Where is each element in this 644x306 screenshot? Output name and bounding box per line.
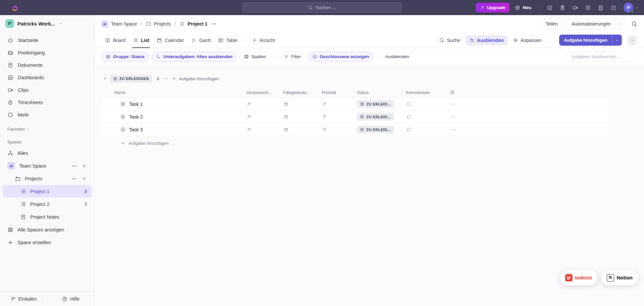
task-name[interactable]: Task 1 — [129, 101, 143, 107]
status-group-badge[interactable]: ZU ERLEDIGEN — [110, 75, 152, 83]
subtasks-pill[interactable]: Unteraufgaben: Alles ausblenden — [152, 52, 237, 61]
sidebar-item-startseite[interactable]: Startseite — [3, 34, 92, 46]
sidebar-item-project-1[interactable]: Project 1 3 — [3, 185, 92, 198]
row-menu-icon[interactable] — [447, 127, 471, 132]
tab-calendar[interactable]: Calendar — [153, 33, 187, 48]
global-search[interactable]: Suchen ... — [242, 2, 402, 13]
assign-user-icon[interactable] — [244, 101, 280, 107]
automations-button[interactable]: Automatisierungen — [567, 18, 626, 30]
chevron-down-icon[interactable] — [615, 19, 626, 29]
sidebar-item-show-all-spaces[interactable]: Alle Spaces anzeigen — [3, 223, 92, 236]
row-menu-icon[interactable] — [447, 114, 471, 120]
customize-button[interactable]: Anpassen — [513, 38, 541, 43]
set-due-date-icon[interactable] — [280, 127, 319, 132]
comment-icon[interactable] — [403, 127, 447, 132]
task-status-badge[interactable]: ZU ERLEDI... — [357, 126, 394, 133]
todoist-widget[interactable]: todoist — [560, 270, 597, 285]
workspace-switcher[interactable]: P Patricks Work... — [0, 15, 94, 32]
sidebar-item-project-2[interactable]: Project 2 3 — [3, 198, 92, 210]
columns-pill[interactable]: Spalten — [239, 52, 270, 61]
group-add-task-button[interactable]: Aufgabe hinzufügen — [172, 76, 219, 81]
add-column-button[interactable] — [447, 90, 471, 96]
filter-pill[interactable]: Filter — [279, 52, 305, 61]
todo-check-icon[interactable] — [544, 2, 555, 13]
task-status-icon[interactable] — [120, 101, 125, 106]
group-menu-icon[interactable] — [163, 76, 168, 81]
reminder-clock-icon[interactable] — [583, 2, 593, 13]
group-by-pill[interactable]: Gruppe: Status — [101, 52, 149, 61]
row-menu-icon[interactable] — [447, 101, 471, 107]
tab-board[interactable]: Board — [101, 33, 129, 48]
table-row[interactable]: Task 2 ZU ERLEDI... — [101, 111, 608, 123]
collapse-toolbar-button[interactable] — [627, 35, 637, 45]
add-task-button[interactable]: Aufgabe hinzufügen — [559, 35, 622, 46]
task-status-badge[interactable]: ZU ERLEDI... — [357, 113, 394, 121]
collapse-group-icon[interactable] — [103, 77, 107, 81]
set-priority-flag-icon[interactable] — [319, 127, 354, 132]
favorites-section[interactable]: Favoriten — [0, 121, 94, 134]
assign-user-icon[interactable] — [244, 114, 280, 120]
show-closed-pill[interactable]: Geschlossene anzeigen — [308, 52, 373, 61]
sidebar-item-team-space[interactable]: Team Space — [3, 160, 92, 172]
ellipsis-icon[interactable] — [211, 21, 217, 27]
clickup-logo[interactable] — [9, 2, 21, 13]
table-row[interactable]: Task 3 ZU ERLEDI... — [101, 123, 608, 136]
hide-fields-button[interactable]: Ausblenden — [466, 35, 507, 45]
header-search-icon[interactable] — [631, 21, 637, 27]
sidebar-item-posteingang[interactable]: Posteingang — [3, 46, 92, 59]
set-priority-flag-icon[interactable] — [319, 114, 354, 120]
upgrade-button[interactable]: Upgrade — [476, 3, 510, 12]
tab-list[interactable]: List — [129, 33, 153, 48]
column-header-name[interactable]: Name — [101, 90, 244, 95]
task-name[interactable]: Task 3 — [129, 127, 143, 132]
sidebar-item-project-notes[interactable]: Project Notes — [3, 211, 92, 223]
clip-record-icon[interactable] — [570, 2, 581, 13]
column-header-priority[interactable]: Priorität — [319, 90, 354, 95]
set-due-date-icon[interactable] — [280, 101, 319, 107]
comment-icon[interactable] — [403, 101, 447, 107]
help-button[interactable]: Hilfe — [47, 292, 94, 306]
table-row[interactable]: Task 1 ZU ERLEDI... — [101, 98, 608, 111]
set-priority-flag-icon[interactable] — [319, 101, 354, 107]
invite-button[interactable]: Einladen — [0, 292, 47, 306]
column-header-assignee[interactable]: Verantwortli... — [244, 90, 280, 95]
comment-icon[interactable] — [403, 114, 447, 120]
ellipsis-icon[interactable] — [71, 176, 77, 181]
task-status-badge[interactable]: ZU ERLEDI... — [357, 100, 394, 108]
sidebar-item-mehr[interactable]: Mehr — [3, 108, 92, 121]
user-menu[interactable]: P — [624, 3, 639, 12]
tab-table[interactable]: Table — [214, 33, 241, 48]
sidebar-item-dokumente[interactable]: Dokumente — [3, 59, 92, 71]
tab-gantt[interactable]: Gantt — [187, 33, 214, 48]
new-button[interactable]: Neu — [512, 3, 535, 12]
plus-icon[interactable] — [82, 176, 87, 181]
add-view-button[interactable]: Ansicht — [248, 33, 279, 48]
set-due-date-icon[interactable] — [280, 114, 319, 120]
assign-user-icon[interactable] — [244, 127, 280, 132]
breadcrumb-projects[interactable]: Projects — [154, 21, 171, 27]
sidebar-item-dashboards[interactable]: Dashboards — [3, 71, 92, 84]
plus-icon[interactable] — [82, 163, 87, 169]
task-status-icon[interactable] — [120, 127, 125, 132]
sidebar-item-clips[interactable]: Clips — [3, 84, 92, 96]
column-header-status[interactable]: Status — [354, 90, 403, 95]
sidebar-item-timesheets[interactable]: Timesheets — [3, 96, 92, 108]
app-grid-icon[interactable] — [608, 2, 619, 13]
share-button[interactable]: Teilen — [540, 18, 564, 30]
notion-widget[interactable]: N Notion — [601, 270, 638, 285]
task-name[interactable]: Task 2 — [129, 114, 143, 120]
chevron-down-icon[interactable] — [612, 35, 622, 46]
sidebar-item-projects-folder[interactable]: Projects — [3, 172, 92, 185]
sidebar-item-alles[interactable]: Alles — [3, 147, 92, 159]
add-task-row[interactable]: Aufgabe hinzufügen — [101, 136, 608, 150]
task-status-icon[interactable] — [120, 114, 125, 119]
sidebar-item-create-space[interactable]: Space erstellen — [3, 236, 92, 249]
docs-icon[interactable] — [595, 2, 606, 13]
task-search-input[interactable] — [566, 51, 637, 62]
column-header-duedate[interactable]: Fälligkeitsda... — [280, 90, 319, 95]
breadcrumb-team-space[interactable]: Team Space — [111, 21, 137, 27]
column-header-comments[interactable]: Kommentare — [403, 90, 447, 95]
notepad-icon[interactable] — [557, 2, 568, 13]
view-search-button[interactable]: Suche — [439, 38, 460, 43]
ellipsis-icon[interactable] — [71, 163, 77, 169]
